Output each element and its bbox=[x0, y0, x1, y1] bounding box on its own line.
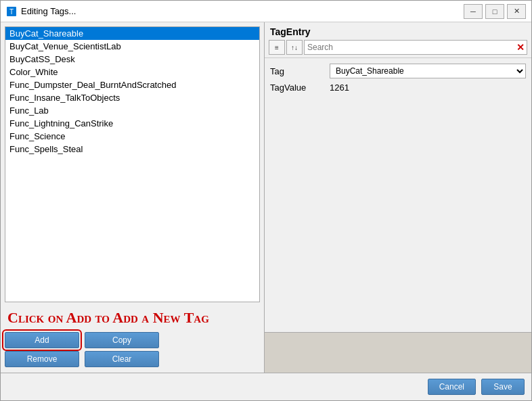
right-bottom-area bbox=[265, 332, 531, 373]
window-title: Editing Tags... bbox=[21, 6, 76, 16]
tag-list-item[interactable]: BuyCat_Shareable bbox=[5, 27, 259, 40]
search-input[interactable] bbox=[304, 40, 527, 55]
tag-list-item[interactable]: Func_Spells_Steal bbox=[5, 143, 259, 156]
tag-list-item[interactable]: Func_Dumpster_Deal_BurntAndScratched bbox=[5, 78, 259, 91]
minimize-button[interactable]: ─ bbox=[464, 4, 483, 19]
title-controls: ─ □ ✕ bbox=[464, 4, 526, 19]
tag-entry-toolbar: ≡ ↑↓ ✕ bbox=[265, 40, 531, 58]
left-buttons: Add Copy Remove Clear bbox=[1, 329, 264, 373]
instruction-text: Click on Add to Add a New Tag bbox=[1, 302, 264, 329]
search-wrapper: ✕ bbox=[304, 40, 527, 55]
right-panel: TagEntry ≡ ↑↓ ✕ TagBuyCat_ShareableTagVa… bbox=[265, 22, 531, 373]
tag-list-item[interactable]: Func_Insane_TalkToObjects bbox=[5, 91, 259, 104]
sort-button[interactable]: ↑↓ bbox=[286, 40, 303, 55]
filter-button[interactable]: ≡ bbox=[269, 40, 285, 55]
search-clear-button[interactable]: ✕ bbox=[516, 43, 525, 52]
btn-row-1: Add Copy bbox=[5, 332, 260, 348]
entry-label: Tag bbox=[270, 66, 324, 76]
tag-list-item[interactable]: Func_Lab bbox=[5, 104, 259, 117]
entry-row: TagValue1261 bbox=[270, 82, 526, 93]
tag-list-item[interactable]: Color_White bbox=[5, 66, 259, 78]
svg-text:T: T bbox=[9, 8, 14, 16]
title-bar: T Editing Tags... ─ □ ✕ bbox=[1, 1, 531, 22]
sort-icon: ↑↓ bbox=[291, 44, 298, 51]
title-bar-left: T Editing Tags... bbox=[6, 6, 76, 17]
filter-icon: ≡ bbox=[275, 44, 279, 51]
tag-list[interactable]: BuyCat_ShareableBuyCat_Venue_ScientistLa… bbox=[5, 26, 260, 302]
tag-value: 1261 bbox=[330, 82, 526, 93]
copy-button[interactable]: Copy bbox=[85, 332, 159, 348]
entry-label: TagValue bbox=[270, 82, 324, 93]
left-panel: BuyCat_ShareableBuyCat_Venue_ScientistLa… bbox=[1, 22, 265, 373]
app-icon: T bbox=[6, 6, 17, 17]
tag-entry-header: TagEntry bbox=[265, 22, 531, 40]
close-button[interactable]: ✕ bbox=[507, 4, 526, 19]
cancel-button[interactable]: Cancel bbox=[428, 379, 476, 395]
entry-row: TagBuyCat_Shareable bbox=[270, 64, 526, 78]
tag-list-item[interactable]: Func_Lightning_CanStrike bbox=[5, 117, 259, 130]
tag-list-item[interactable]: BuyCat_Venue_ScientistLab bbox=[5, 40, 259, 53]
bottom-bar: Cancel Save bbox=[1, 373, 531, 400]
tag-list-item[interactable]: BuyCatSS_Desk bbox=[5, 53, 259, 66]
remove-button[interactable]: Remove bbox=[5, 351, 79, 367]
main-window: T Editing Tags... ─ □ ✕ BuyCat_Shareable… bbox=[0, 0, 532, 401]
tag-select[interactable]: BuyCat_Shareable bbox=[330, 64, 526, 78]
save-button[interactable]: Save bbox=[481, 379, 525, 395]
clear-button[interactable]: Clear bbox=[85, 351, 159, 367]
tag-list-item[interactable]: Func_Science bbox=[5, 130, 259, 143]
tag-entry-table: TagBuyCat_ShareableTagValue1261 bbox=[265, 58, 531, 332]
add-button[interactable]: Add bbox=[5, 332, 79, 348]
maximize-button[interactable]: □ bbox=[485, 4, 504, 19]
content-area: BuyCat_ShareableBuyCat_Venue_ScientistLa… bbox=[1, 22, 531, 373]
btn-row-2: Remove Clear bbox=[5, 351, 260, 367]
